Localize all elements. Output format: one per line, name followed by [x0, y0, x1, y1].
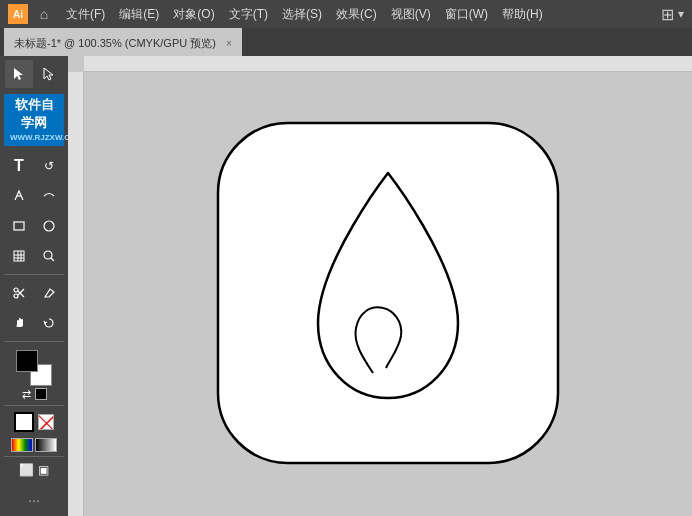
- zoom-tool[interactable]: [35, 242, 63, 270]
- svg-rect-2: [14, 222, 24, 230]
- main-area: 软件自学网 WWW.RJZXW.COM T ↺: [0, 56, 692, 516]
- touch-type-tool[interactable]: ↺: [35, 152, 63, 180]
- gradient-mode-icon[interactable]: [35, 438, 57, 452]
- type-tool[interactable]: T: [5, 152, 33, 180]
- home-icon[interactable]: ⌂: [34, 4, 54, 24]
- color-section: ⇄: [16, 350, 52, 401]
- svg-rect-4: [14, 251, 24, 261]
- draw-mode-icon[interactable]: ⬜: [19, 463, 34, 477]
- menu-edit[interactable]: 编辑(E): [113, 4, 165, 25]
- reset-colors-icon[interactable]: [35, 388, 47, 400]
- selection-tool[interactable]: [5, 60, 33, 88]
- menu-text[interactable]: 文字(T): [223, 4, 274, 25]
- watermark-line2: WWW.RJZXW.COM: [10, 132, 58, 143]
- selection-tool-row: [5, 60, 63, 88]
- shape-tool-row: [5, 212, 63, 240]
- rotate-view-tool[interactable]: [35, 309, 63, 337]
- eraser-tool[interactable]: [35, 279, 63, 307]
- scissors-tool[interactable]: [5, 279, 33, 307]
- watermark: 软件自学网 WWW.RJZXW.COM: [4, 94, 64, 146]
- ruler-horizontal: [84, 56, 692, 72]
- type-tool-row: T ↺: [5, 152, 63, 180]
- menu-view[interactable]: 视图(V): [385, 4, 437, 25]
- toolbar: 软件自学网 WWW.RJZXW.COM T ↺: [0, 56, 68, 516]
- tool-separator-4: [4, 456, 64, 457]
- app-logo: Ai: [8, 4, 28, 24]
- curvature-tool[interactable]: [35, 182, 63, 210]
- ruler-vertical: [68, 72, 84, 516]
- svg-point-12: [14, 294, 18, 298]
- hand-tool[interactable]: [5, 309, 33, 337]
- more-tools-icon[interactable]: ···: [28, 492, 40, 508]
- artboard: [198, 103, 578, 486]
- screen-mode-icon[interactable]: ▣: [38, 463, 49, 477]
- color-mode-icon[interactable]: [11, 438, 33, 452]
- foreground-color-box[interactable]: [16, 350, 38, 372]
- tab-close-button[interactable]: ×: [226, 38, 232, 49]
- svg-point-3: [44, 221, 54, 231]
- menu-select[interactable]: 选择(S): [276, 4, 328, 25]
- menu-object[interactable]: 对象(O): [167, 4, 220, 25]
- svg-marker-1: [44, 68, 53, 80]
- tab-bar: 未标题-1* @ 100.35% (CMYK/GPU 预览) ×: [0, 28, 692, 56]
- canvas-area: [68, 56, 692, 516]
- hand-tool-row: [5, 309, 63, 337]
- stroke-box[interactable]: [14, 412, 34, 432]
- direct-selection-tool[interactable]: [35, 60, 63, 88]
- grid-tool-row: [5, 242, 63, 270]
- menu-effect[interactable]: 效果(C): [330, 4, 383, 25]
- swap-colors-icon[interactable]: ⇄: [22, 388, 31, 401]
- grid-icon[interactable]: ⊞: [661, 5, 674, 24]
- color-extras-row: ⇄: [22, 388, 47, 401]
- title-bar-right: ⊞ ▾: [661, 5, 684, 24]
- title-bar: Ai ⌂ 文件(F) 编辑(E) 对象(O) 文字(T) 选择(S) 效果(C)…: [0, 0, 692, 28]
- tool-separator-3: [4, 405, 64, 406]
- menu-bar: 文件(F) 编辑(E) 对象(O) 文字(T) 选择(S) 效果(C) 视图(V…: [60, 4, 655, 25]
- tab-label: 未标题-1* @ 100.35% (CMYK/GPU 预览): [14, 36, 216, 51]
- artboard-container: [84, 64, 692, 516]
- stroke-fill-row: [14, 412, 54, 432]
- fill-none-box[interactable]: [38, 414, 54, 430]
- svg-line-10: [51, 258, 54, 261]
- expand-icon[interactable]: ▾: [678, 7, 684, 21]
- menu-help[interactable]: 帮助(H): [496, 4, 549, 25]
- bottom-tool-row: ⬜ ▣: [19, 463, 49, 477]
- color-boxes[interactable]: [16, 350, 52, 386]
- pen-tool[interactable]: [5, 182, 33, 210]
- color-mode-row: [11, 438, 57, 452]
- scissors-tool-row: [5, 279, 63, 307]
- watermark-line1: 软件自学网: [15, 97, 54, 130]
- svg-point-11: [14, 288, 18, 292]
- menu-file[interactable]: 文件(F): [60, 4, 111, 25]
- svg-point-9: [44, 251, 52, 259]
- rectangular-grid-tool[interactable]: [5, 242, 33, 270]
- rectangle-tool[interactable]: [5, 212, 33, 240]
- pen-tool-row: [5, 182, 63, 210]
- svg-marker-0: [14, 68, 23, 80]
- ellipse-tool[interactable]: [35, 212, 63, 240]
- document-tab[interactable]: 未标题-1* @ 100.35% (CMYK/GPU 预览) ×: [4, 28, 242, 56]
- tool-separator-1: [4, 274, 64, 275]
- tool-separator-2: [4, 341, 64, 342]
- menu-window[interactable]: 窗口(W): [439, 4, 494, 25]
